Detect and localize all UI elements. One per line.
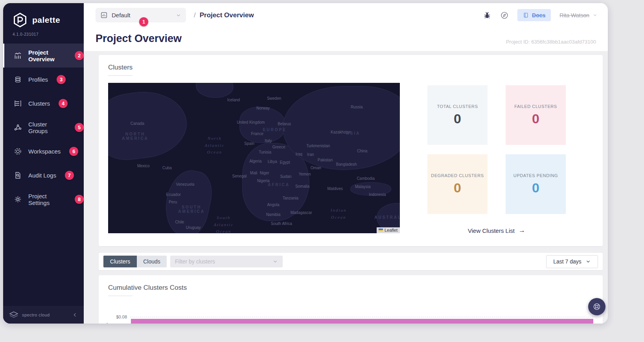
costs-chart: COST $0.08 $0.06 [108, 309, 593, 324]
sidebar-item-audit-logs[interactable]: Audit Logs 7 [3, 163, 84, 187]
app-window: palette 4.1.0-231017 Project Overview 2 … [3, 3, 608, 324]
map-label-ocean: Indian Ocean [326, 207, 351, 221]
topbar-actions: Docs Rita Watson [483, 9, 598, 21]
help-button[interactable] [500, 11, 509, 20]
view-clusters-list-link[interactable]: View Clusters List → [468, 227, 525, 234]
orbit-icon [14, 147, 22, 155]
sidebar-item-profiles[interactable]: Profiles 3 [3, 68, 84, 91]
annotation-badge: 2 [75, 51, 84, 60]
title-underline [108, 296, 132, 296]
map-label-country: Sweden [267, 96, 281, 101]
project-selector-value: Default [112, 12, 131, 18]
project-id: Project ID: 6356fc38bb1aac03afd73100 [506, 39, 596, 45]
chevron-down-icon [176, 13, 181, 18]
clusters-card-body: Leaflet IcelandSwedenNorwayRussiaCanadaU… [108, 83, 593, 234]
sidebar-item-label: Clusters [28, 100, 50, 107]
arrow-right-icon: → [519, 227, 525, 234]
sidebar-item-workspaces[interactable]: Workspaces 6 [3, 139, 84, 163]
breadcrumb-separator: / [194, 11, 196, 19]
gear-icon [14, 195, 22, 203]
stat-label: DEGRADED CLUSTERS [431, 173, 484, 178]
chart-y-axis-label: COST [106, 322, 111, 324]
cumulative-costs-card: Cumulative Clusters Costs COST $0.08 $0.… [99, 275, 603, 324]
sidebar-item-label: Profiles [28, 76, 48, 83]
leaflet-attribution[interactable]: Leaflet [377, 227, 400, 233]
sidebar-item-clusters[interactable]: Clusters 4 [3, 91, 84, 115]
help-beacon-button[interactable] [588, 298, 605, 315]
clusters-card-title: Clusters [108, 64, 593, 71]
chart-area-series [131, 319, 593, 324]
filter-bar: Clusters Clouds Filter by clusters Last … [99, 253, 603, 270]
stats-grid: TOTAL CLUSTERS 0 FAILED CLUSTERS 0 DEGRA… [427, 85, 566, 214]
landmass [239, 107, 286, 143]
leaflet-label: Leaflet [385, 228, 397, 232]
annotation-badge: 6 [69, 147, 78, 156]
project-selector[interactable]: Default 1 [96, 8, 186, 22]
annotation-badge: 8 [75, 195, 84, 204]
filter-by-clusters-select[interactable]: Filter by clusters [170, 256, 283, 267]
compass-icon [500, 11, 509, 20]
bug-report-button[interactable] [483, 11, 491, 20]
sidebar-item-label: Project Settings [28, 193, 66, 206]
chevron-down-icon [585, 259, 591, 264]
landmass [350, 182, 391, 196]
stat-value: 0 [532, 180, 539, 196]
annotation-badge: 5 [75, 123, 84, 132]
app-name: palette [32, 15, 60, 25]
main-area: Default 1 / Project Overview [84, 3, 608, 324]
filter-placeholder: Filter by clusters [175, 258, 215, 265]
tab-clusters[interactable]: Clusters [103, 256, 137, 267]
view-clusters-list-label: View Clusters List [468, 227, 515, 234]
stat-updates-pending: UPDATES PENDING 0 [506, 154, 566, 214]
palette-hex-logo-icon [12, 12, 28, 28]
palette-logo: palette [3, 3, 84, 28]
annotation-badge: 3 [57, 75, 66, 84]
chevron-down-icon [272, 259, 278, 264]
landmass [283, 86, 400, 170]
stat-value: 0 [454, 111, 461, 126]
stat-degraded-clusters: DEGRADED CLUSTERS 0 [427, 154, 488, 214]
chevron-left-icon [72, 312, 78, 318]
breadcrumb-current[interactable]: Project Overview [200, 11, 254, 19]
sidebar-collapse-button[interactable] [72, 312, 78, 318]
docs-button[interactable]: Docs [517, 9, 551, 21]
ukraine-flag-icon [379, 229, 383, 232]
map-label-country: Mexico [137, 164, 150, 168]
network-icon [14, 123, 22, 132]
annotation-badge: 1 [139, 17, 148, 26]
time-range-value: Last 7 days [553, 258, 581, 265]
landmass [196, 83, 234, 98]
stat-value: 0 [532, 111, 539, 126]
page-header: Project Overview Project ID: 6356fc38bb1… [84, 27, 608, 51]
sidebar-item-cluster-groups[interactable]: Cluster Groups 5 [3, 115, 84, 139]
spectro-cloud-logo-icon [9, 311, 19, 319]
stat-label: UPDATES PENDING [513, 173, 558, 178]
stat-label: TOTAL CLUSTERS [437, 104, 478, 109]
sidebar-footer: spectro cloud [3, 306, 84, 324]
user-name: Rita Watson [559, 12, 589, 18]
sidebar-item-project-settings[interactable]: Project Settings 8 [3, 187, 84, 211]
tab-clouds[interactable]: Clouds [137, 256, 167, 267]
sidebar-nav: Project Overview 2 Profiles 3 Clusters 4 [3, 44, 84, 211]
list-icon [14, 99, 22, 108]
title-underline [108, 75, 132, 76]
chart-gridline [130, 317, 593, 317]
stat-label: FAILED CLUSTERS [514, 104, 557, 109]
page-content: Clusters [84, 51, 608, 324]
topbar: Default 1 / Project Overview [84, 3, 608, 27]
map-label-country: Maldives [328, 186, 343, 190]
time-range-select[interactable]: Last 7 days [546, 255, 598, 268]
sidebar-item-project-overview[interactable]: Project Overview 2 [3, 44, 84, 68]
costs-card-title: Cumulative Clusters Costs [108, 284, 593, 292]
user-menu[interactable]: Rita Watson [559, 12, 598, 18]
annotation-badge: 7 [65, 171, 74, 180]
stat-failed-clusters: FAILED CLUSTERS 0 [506, 85, 566, 145]
world-map[interactable]: Leaflet IcelandSwedenNorwayRussiaCanadaU… [108, 83, 400, 233]
sidebar-item-label: Workspaces [28, 148, 61, 155]
project-icon [100, 11, 108, 19]
layers-icon [14, 75, 22, 84]
y-tick-008: $0.08 [108, 315, 127, 319]
map-label-country: South Africa [271, 221, 292, 226]
sidebar-item-label: Audit Logs [28, 172, 56, 179]
landmass [108, 87, 191, 163]
